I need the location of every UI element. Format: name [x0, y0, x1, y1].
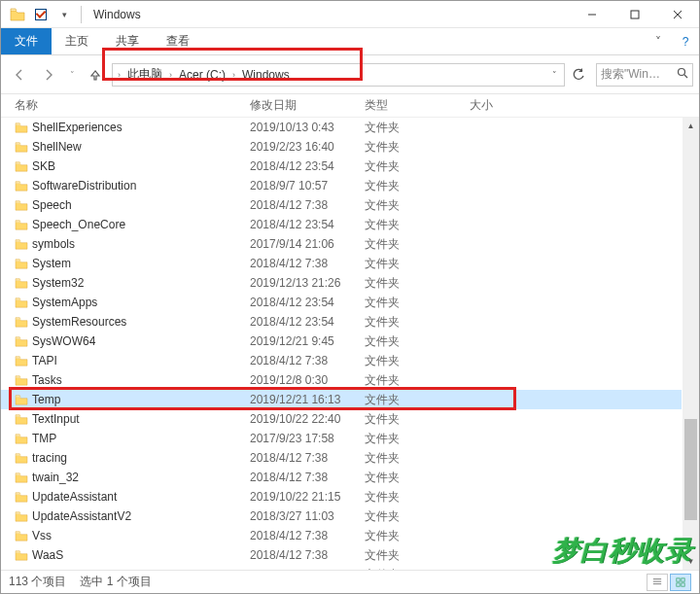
file-type: 文件夹: [365, 431, 470, 447]
file-date: 2018/3/27 11:03: [250, 509, 365, 523]
chevron-right-icon[interactable]: ›: [229, 70, 238, 80]
file-type: 文件夹: [365, 139, 470, 156]
table-row[interactable]: System322019/12/13 21:26文件夹: [1, 273, 682, 293]
file-name: TAPI: [32, 354, 250, 367]
column-size[interactable]: 大小: [470, 97, 699, 114]
folder-icon: [15, 316, 32, 328]
window: ▾ Windows 文件 主页 共享 查看 ˅ ? ˅ › 此电脑 ›: [0, 0, 700, 594]
table-row[interactable]: tracing2018/4/12 7:38文件夹: [1, 448, 682, 468]
address-dropdown-icon[interactable]: ˅: [546, 70, 562, 80]
close-button[interactable]: [656, 1, 699, 28]
file-name: ShellExperiences: [32, 121, 250, 134]
table-row[interactable]: Speech2018/4/12 7:38文件夹: [1, 195, 682, 215]
table-row[interactable]: UpdateAssistant2019/10/22 21:15文件夹: [1, 487, 682, 507]
table-row[interactable]: TMP2017/9/23 17:58文件夹: [1, 429, 682, 448]
chevron-right-icon[interactable]: ›: [166, 70, 175, 80]
table-row[interactable]: TAPI2018/4/12 7:38文件夹: [1, 351, 682, 370]
file-name: symbols: [32, 237, 250, 251]
table-row[interactable]: System2018/4/12 7:38文件夹: [1, 254, 682, 273]
table-row[interactable]: UpdateAssistantV22018/3/27 11:03文件夹: [1, 507, 682, 526]
file-type: 文件夹: [365, 120, 470, 136]
file-date: 2017/9/23 17:58: [250, 432, 365, 445]
breadcrumb-drive[interactable]: Acer (C:): [175, 64, 229, 86]
minimize-button[interactable]: [571, 1, 613, 28]
table-row[interactable]: SysWOW642019/12/21 9:45文件夹: [1, 332, 682, 351]
search-icon[interactable]: [677, 67, 688, 82]
table-row[interactable]: Tasks2019/12/8 0:30文件夹: [1, 370, 682, 390]
file-type: 文件夹: [365, 275, 470, 292]
file-name: SysWOW64: [32, 334, 250, 348]
maximize-button[interactable]: [613, 1, 656, 28]
folder-icon: [15, 491, 32, 503]
table-row[interactable]: SoftwareDistribution2018/9/7 10:57文件夹: [1, 176, 682, 195]
table-row[interactable]: ShellExperiences2019/10/13 0:43文件夹: [1, 118, 682, 137]
file-type: 文件夹: [365, 217, 470, 233]
table-row[interactable]: SKB2018/4/12 23:54文件夹: [1, 157, 682, 176]
file-date: 2018/4/12 7:38: [250, 451, 365, 465]
view-icons-button[interactable]: [670, 574, 691, 591]
file-date: 2019/10/22 21:15: [250, 490, 365, 504]
file-name: UpdateAssistant: [32, 490, 250, 504]
back-button[interactable]: [7, 62, 32, 87]
file-name: Speech_OneCore: [32, 218, 250, 231]
table-row[interactable]: Temp2019/12/21 16:13文件夹: [1, 390, 682, 409]
scrollbar-track[interactable]: [682, 134, 699, 553]
table-row[interactable]: SystemApps2018/4/12 23:54文件夹: [1, 293, 682, 312]
file-type: 文件夹: [365, 392, 470, 408]
file-name: System: [32, 257, 250, 270]
table-row[interactable]: WaaS2018/4/12 7:38文件夹: [1, 545, 682, 565]
file-date: 2019/12/21 9:45: [250, 334, 365, 348]
qat-dropdown-icon[interactable]: ▾: [53, 4, 75, 25]
file-name: tracing: [32, 451, 250, 465]
column-date[interactable]: 修改日期: [250, 97, 365, 114]
table-row[interactable]: TextInput2019/10/22 22:40文件夹: [1, 409, 682, 429]
scroll-down-icon[interactable]: ▼: [682, 553, 699, 570]
folder-icon: [15, 530, 32, 542]
table-row[interactable]: SystemResources2018/4/12 23:54文件夹: [1, 312, 682, 332]
folder-icon: [15, 549, 32, 561]
file-name: SystemResources: [32, 315, 250, 329]
table-row[interactable]: Web2018/4/12 7:38文件夹: [1, 565, 682, 570]
scroll-up-icon[interactable]: ▲: [682, 118, 699, 134]
ribbon-expand-icon[interactable]: ˅: [645, 28, 672, 54]
search-input[interactable]: 搜索"Win…: [596, 63, 693, 87]
file-date: 2018/4/12 7:38: [250, 198, 365, 212]
column-type[interactable]: 类型: [365, 97, 470, 114]
file-name: TMP: [32, 432, 250, 445]
folder-icon[interactable]: [7, 4, 28, 25]
qat-properties-icon[interactable]: [30, 4, 52, 25]
breadcrumb-pc[interactable]: 此电脑: [123, 64, 166, 86]
table-row[interactable]: Speech_OneCore2018/4/12 23:54文件夹: [1, 215, 682, 234]
up-button[interactable]: [83, 62, 108, 87]
file-type: 文件夹: [365, 450, 470, 467]
tab-home[interactable]: 主页: [52, 28, 102, 54]
folder-icon: [15, 297, 32, 308]
navigation-bar: ˅ › 此电脑 › Acer (C:) › Windows ˅ 搜索"Win…: [1, 55, 699, 94]
folder-icon: [15, 394, 32, 405]
view-details-button[interactable]: [647, 574, 668, 591]
scrollbar-thumb[interactable]: [684, 419, 697, 519]
status-selected-count: 选中 1 个项目: [80, 574, 151, 590]
file-date: 2019/12/13 21:26: [250, 276, 365, 290]
folder-icon: [15, 569, 32, 570]
table-row[interactable]: twain_322018/4/12 7:38文件夹: [1, 468, 682, 487]
history-dropdown-icon[interactable]: ˅: [65, 70, 79, 80]
file-date: 2018/4/12 7:38: [250, 257, 365, 270]
tab-share[interactable]: 共享: [102, 28, 153, 54]
refresh-button[interactable]: [567, 63, 590, 87]
tab-file[interactable]: 文件: [1, 28, 52, 54]
tab-view[interactable]: 查看: [153, 28, 203, 54]
table-row[interactable]: Vss2018/4/12 7:38文件夹: [1, 526, 682, 545]
svg-rect-11: [677, 582, 680, 585]
file-list[interactable]: ShellExperiences2019/10/13 0:43文件夹ShellN…: [1, 118, 682, 570]
address-bar[interactable]: › 此电脑 › Acer (C:) › Windows ˅: [112, 63, 565, 87]
vertical-scrollbar[interactable]: ▲ ▼: [682, 118, 699, 570]
help-icon[interactable]: ?: [672, 28, 699, 54]
breadcrumb-folder[interactable]: Windows: [238, 64, 294, 86]
column-name[interactable]: 名称: [15, 97, 250, 114]
file-date: 2018/4/12 7:38: [250, 529, 365, 542]
forward-button[interactable]: [36, 62, 61, 87]
table-row[interactable]: symbols2017/9/14 21:06文件夹: [1, 234, 682, 254]
chevron-right-icon[interactable]: ›: [115, 70, 123, 80]
table-row[interactable]: ShellNew2019/2/23 16:40文件夹: [1, 137, 682, 157]
